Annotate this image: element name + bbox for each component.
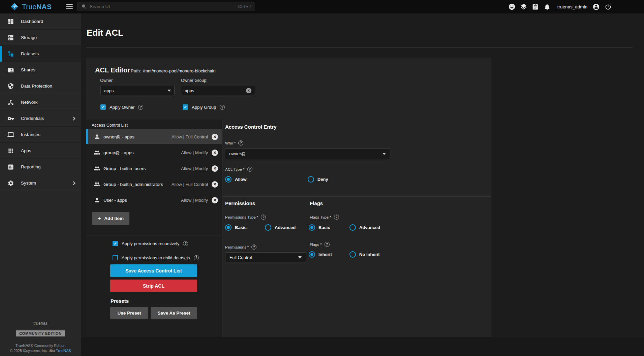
acl-row-owner[interactable]: owner@ - apps Allow | Full Control [86, 129, 222, 144]
delete-entry-icon[interactable] [212, 165, 218, 172]
person-icon [94, 133, 100, 140]
apply-recursively-checkbox[interactable] [113, 241, 118, 246]
menu-icon[interactable] [66, 4, 73, 9]
sidebar-item-dashboard[interactable]: Dashboard [0, 13, 81, 30]
flags-type-radios: Basic Advanced [309, 224, 380, 231]
people-icon [94, 181, 100, 188]
feedback-smiley-icon[interactable] [508, 3, 516, 10]
edition-badge: COMMUNITY EDITION [16, 330, 65, 336]
power-icon[interactable] [604, 3, 612, 10]
delete-entry-icon[interactable] [212, 150, 218, 156]
help-icon[interactable] [334, 215, 339, 220]
delete-entry-icon[interactable] [212, 197, 218, 203]
acl-list-heading: Access Control List [92, 123, 128, 128]
apply-owner-row: Apply Owner [100, 104, 143, 110]
account-circle-icon[interactable] [592, 3, 600, 10]
apply-owner-checkbox[interactable] [100, 104, 106, 110]
who-select[interactable]: owner@ [225, 148, 390, 159]
flags-heading: Flags [310, 200, 323, 206]
radio-off-icon [349, 251, 356, 258]
help-icon[interactable] [194, 255, 199, 260]
strip-acl-button[interactable]: Strip ACL [110, 280, 197, 292]
radio-permissions-basic[interactable]: Basic [225, 224, 265, 231]
truecloud-layers-icon[interactable] [520, 3, 527, 10]
radio-flags-basic[interactable]: Basic [309, 224, 349, 231]
sidebar-item-network[interactable]: Network [0, 94, 81, 110]
acl-type-radios: Allow Deny [225, 176, 328, 183]
sidebar-item-data-protection[interactable]: Data Protection [0, 78, 81, 94]
help-icon[interactable] [183, 241, 188, 246]
add-item-button[interactable]: + Add Item [92, 212, 129, 225]
apply-child-datasets-checkbox[interactable] [113, 255, 118, 260]
footer-strip [81, 337, 644, 356]
acl-row-builtin-administrators[interactable]: Group - builtin_administrators Allow | F… [86, 177, 222, 192]
help-icon[interactable] [247, 167, 252, 172]
search-input[interactable] [90, 4, 236, 9]
sidebar-item-reporting[interactable]: Reporting [0, 159, 81, 175]
flags-type-label: Flags Type * [310, 215, 339, 220]
apps-grid-icon [7, 147, 14, 155]
edition-line: TrueNAS® Community Edition [0, 344, 81, 348]
radio-allow[interactable]: Allow [225, 176, 308, 183]
help-icon[interactable] [251, 245, 256, 250]
dataset-path: Path:/mnt/monero-pool/monero-blockchain [131, 68, 216, 73]
permissions-select[interactable]: Full Control [225, 252, 306, 262]
truenas-app: TrueNAS Ctrl + / truenas_admin [0, 0, 644, 356]
laptop-icon [7, 131, 14, 138]
radio-inherit[interactable]: Inherit [309, 251, 349, 258]
acl-row-builtin-users[interactable]: Group - builtin_users Allow | Modify [86, 161, 222, 176]
acl-type-label: ACL Type * [225, 167, 252, 172]
chevron-right-icon [71, 181, 75, 185]
help-icon[interactable] [138, 105, 143, 110]
acl-row-user-apps[interactable]: User - apps Allow | Modify [86, 193, 222, 207]
sidebar-item-storage[interactable]: Storage [0, 30, 81, 46]
sidebar: Dashboard Storage Datasets Shares Data P… [0, 13, 81, 356]
owner-select[interactable]: apps [100, 86, 175, 95]
jobs-clipboard-icon[interactable] [532, 3, 539, 10]
flags-radios: Inherit No Inherit [309, 251, 380, 258]
truenas-logo[interactable]: TrueNAS [10, 2, 63, 11]
delete-entry-icon[interactable] [212, 134, 218, 140]
truenas-link[interactable]: TrueNAS [56, 349, 71, 353]
topbar-actions: truenas_admin [508, 0, 612, 13]
apply-recursively-row: Apply permissions recursively [113, 241, 188, 246]
radio-permissions-advanced[interactable]: Advanced [265, 224, 296, 231]
radio-no-inherit[interactable]: No Inherit [349, 251, 380, 258]
acl-row-group[interactable]: group@ - apps Allow | Modify [86, 145, 222, 160]
apply-group-label: Apply Group [192, 105, 216, 110]
section-divider [222, 196, 491, 197]
save-acl-button[interactable]: Save Access Control List [110, 264, 197, 277]
sidebar-item-apps[interactable]: Apps [0, 143, 81, 159]
username-label[interactable]: truenas_admin [557, 4, 587, 9]
help-icon[interactable] [220, 105, 225, 110]
delete-entry-icon[interactable] [212, 181, 218, 188]
owner-group-label: Owner Group: [181, 78, 208, 83]
radio-deny[interactable]: Deny [308, 176, 328, 183]
global-search: Ctrl + / [78, 2, 254, 11]
gear-icon [7, 180, 14, 187]
radio-off-icon [349, 224, 356, 231]
owner-group-input[interactable]: apps [181, 86, 255, 95]
sidebar-item-datasets[interactable]: Datasets [0, 46, 81, 62]
apply-group-checkbox[interactable] [183, 104, 188, 110]
sidebar-item-instances[interactable]: Instances [0, 127, 81, 143]
radio-flags-advanced[interactable]: Advanced [349, 224, 380, 231]
help-icon[interactable] [238, 140, 243, 145]
sidebar-item-shares[interactable]: Shares [0, 62, 81, 78]
use-preset-button[interactable]: Use Preset [110, 307, 148, 319]
alerts-bell-icon[interactable] [544, 3, 551, 10]
radio-off-icon [265, 224, 271, 231]
sidebar-item-credentials[interactable]: Credentials [0, 110, 81, 127]
list-divider [86, 235, 222, 235]
sidebar-item-system[interactable]: System [0, 175, 81, 191]
help-icon[interactable] [261, 215, 266, 220]
truenas-logo-icon [10, 2, 19, 11]
clear-icon[interactable] [246, 88, 251, 93]
chevron-right-icon [71, 117, 75, 120]
permissions-type-label: Permissions Type * [225, 215, 266, 220]
caret-down-icon [298, 256, 302, 258]
topbar: TrueNAS Ctrl + / truenas_admin [0, 0, 644, 13]
radio-on-icon [225, 176, 232, 183]
save-as-preset-button[interactable]: Save As Preset [151, 307, 197, 319]
help-icon[interactable] [325, 242, 330, 247]
